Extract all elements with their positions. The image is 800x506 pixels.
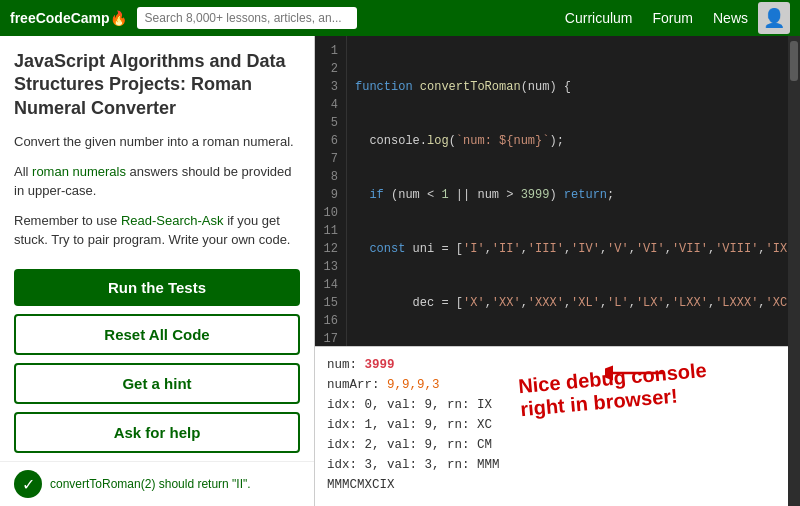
sidebar-content: JavaScript Algorithms and Data Structure…	[0, 36, 314, 261]
test-result: ✓ convertToRoman(2) should return "II".	[0, 461, 314, 506]
editor-area: 12345 678910 1112131415 1617181920 2122 …	[315, 36, 800, 506]
console-line-5: idx: 2, val: 9, rn: CM	[327, 435, 776, 455]
nav-curriculum[interactable]: Curriculum	[565, 10, 633, 26]
logo-text: freeCodeCamp	[10, 10, 110, 26]
get-hint-button[interactable]: Get a hint	[14, 363, 300, 404]
check-icon: ✓	[14, 470, 42, 498]
header: freeCodeCamp🔥 Curriculum Forum News 👤	[0, 0, 800, 36]
console-line-7: MMMCMXCIX	[327, 475, 776, 495]
search-input[interactable]	[137, 7, 357, 29]
console-panel: num: 3999 numArr: 9,9,9,3 idx: 0	[315, 346, 788, 506]
console-line-6: idx: 3, val: 3, rn: MMM	[327, 455, 776, 475]
ask-help-button[interactable]: Ask for help	[14, 412, 300, 453]
line-numbers: 12345 678910 1112131415 1617181920 2122	[315, 36, 347, 346]
reset-code-button[interactable]: Reset All Code	[14, 314, 300, 355]
editor-scrollbar[interactable]	[788, 36, 800, 506]
description-3: Remember to use Read-Search-Ask if you g…	[14, 211, 300, 250]
nav-forum[interactable]: Forum	[653, 10, 693, 26]
read-search-ask-link[interactable]: Read-Search-Ask	[121, 213, 224, 228]
challenge-title: JavaScript Algorithms and Data Structure…	[14, 50, 300, 120]
avatar[interactable]: 👤	[758, 2, 790, 34]
code-editor[interactable]: 12345 678910 1112131415 1617181920 2122 …	[315, 36, 788, 346]
console-output: num: 3999 numArr: 9,9,9,3 idx: 0	[315, 347, 788, 503]
main-nav: Curriculum Forum News	[565, 10, 748, 26]
sidebar: JavaScript Algorithms and Data Structure…	[0, 36, 315, 506]
main-content: JavaScript Algorithms and Data Structure…	[0, 36, 800, 506]
run-tests-button[interactable]: Run the Tests	[14, 269, 300, 306]
description-2: All roman numerals answers should be pro…	[14, 162, 300, 201]
description-3-pre: Remember to use	[14, 213, 121, 228]
action-buttons: Run the Tests Reset All Code Get a hint …	[0, 261, 314, 461]
flame-icon: 🔥	[110, 10, 127, 26]
code-text[interactable]: function convertToRoman(num) { console.l…	[347, 36, 788, 346]
scrollbar-thumb[interactable]	[790, 41, 798, 81]
test-result-text: convertToRoman(2) should return "II".	[50, 477, 251, 491]
description-1: Convert the given number into a roman nu…	[14, 132, 300, 152]
logo[interactable]: freeCodeCamp🔥	[10, 10, 127, 26]
description-2-pre: All	[14, 164, 32, 179]
nav-news[interactable]: News	[713, 10, 748, 26]
roman-numerals-link[interactable]: roman numerals	[32, 164, 126, 179]
